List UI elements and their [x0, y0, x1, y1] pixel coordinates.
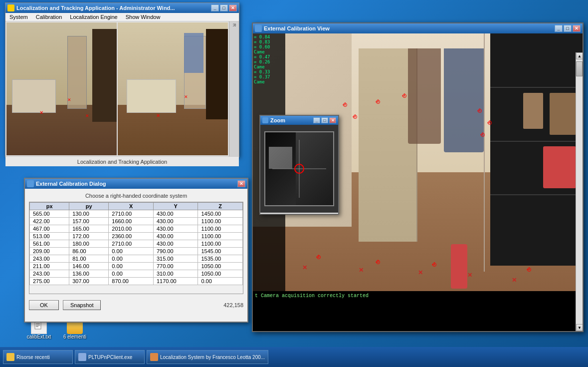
menu-bar: System Calibration Localization Engine S…	[5, 13, 239, 21]
taskbar-item-risorse[interactable]: Risorse recenti	[3, 350, 73, 364]
snapshot-button[interactable]: Snapshot	[63, 300, 101, 310]
desktop-folder[interactable]: 6 elementi	[60, 321, 90, 340]
menu-show-window[interactable]: Show Window	[124, 13, 163, 20]
ext-calib-icon	[255, 25, 262, 32]
zoom-minimize[interactable]: _	[313, 117, 320, 123]
cell-r2-c2: 2010.00	[109, 225, 154, 233]
log-val-6: = 0.26	[254, 59, 284, 64]
table-row: 209.0086.000.00790.001545.00	[30, 248, 243, 255]
menu-calibration[interactable]: Calibration	[34, 13, 64, 20]
scroll-thumb[interactable]	[576, 61, 583, 76]
cal-marker-10	[432, 263, 436, 267]
cell-r1-c1: 157.00	[69, 218, 109, 225]
cell-r9-c2: 870.00	[109, 278, 154, 285]
log-val-7: Came	[254, 64, 284, 69]
menu-localization[interactable]: Localization Engine	[68, 13, 119, 20]
main-app-icon	[7, 4, 14, 11]
taskbar: Risorse recenti PLTUPnPClient.exe Locali…	[0, 347, 588, 367]
cal-marker-7	[481, 133, 485, 137]
taskbar-label-localization: Localization System by Francesco Leotta …	[160, 355, 265, 360]
table-row: 561.00180.002710.00430.001100.00	[30, 240, 243, 248]
cell-r8-c3: 310.00	[153, 270, 198, 278]
table-row: 243.0081.000.00315.001535.00	[30, 255, 243, 263]
dialog-icon	[27, 180, 34, 187]
cell-r4-c0: 561.00	[30, 240, 69, 248]
cal-marker-6	[488, 121, 492, 125]
data-table-scroll[interactable]: px py X Y Z 565.00130.002710.00430.00145…	[29, 202, 243, 294]
cell-r5-c2: 0.00	[109, 248, 154, 255]
ext-maximize-button[interactable]: □	[564, 25, 572, 32]
log-val-8: = 0.33	[254, 69, 284, 74]
cal-marker-11	[527, 268, 531, 272]
dialog-footer: OK Snapshot 422,158	[25, 298, 247, 312]
folder-icon	[67, 321, 83, 334]
ok-button[interactable]: OK	[29, 300, 59, 310]
scroll-up[interactable]: ▲	[576, 52, 583, 59]
log-message-1: t Camera acquisition correctly started	[255, 293, 581, 299]
log-val-4: Came	[254, 49, 284, 54]
table-row: 467.00165.002010.00430.001100.00	[30, 225, 243, 233]
ext-minimize-button[interactable]: _	[555, 25, 563, 32]
cell-r7-c0: 211.00	[30, 263, 69, 270]
log-val-10: Came	[254, 79, 284, 84]
cal-marker-4	[353, 115, 357, 119]
cell-r9-c4: 0.00	[198, 278, 243, 285]
app-footer-text: Localization and Tracking Application	[77, 159, 167, 165]
log-val-3: = 0.60	[254, 44, 284, 49]
cell-r5-c0: 209.00	[30, 248, 69, 255]
taskbar-icon-pltupnp	[78, 353, 86, 361]
cell-r7-c2: 0.00	[109, 263, 154, 270]
coordinates-display: 422,158	[223, 302, 243, 308]
log-val-2: = 0.83	[254, 39, 284, 44]
dialog-title: External Calibration Dialog	[36, 181, 106, 187]
cell-r7-c4: 1050.00	[198, 263, 243, 270]
cell-r6-c4: 1535.00	[198, 255, 243, 263]
cell-r3-c4: 1100.00	[198, 233, 243, 240]
zoom-controls: _ □ ✕	[313, 117, 336, 123]
cell-r2-c0: 467.00	[30, 225, 69, 233]
zoom-window: Zoom _ □ ✕	[259, 115, 339, 215]
cell-r2-c3: 430.00	[153, 225, 198, 233]
cell-r6-c2: 0.00	[109, 255, 154, 263]
ext-calib-controls: _ □ ✕	[555, 25, 581, 32]
zoom-maximize[interactable]: □	[321, 117, 328, 123]
cell-r4-c1: 180.00	[69, 240, 109, 248]
taskbar-item-pltupnp[interactable]: PLTUPnPClient.exe	[75, 350, 145, 364]
taskbar-item-localization[interactable]: Localization System by Francesco Leotta …	[147, 350, 268, 364]
cell-r7-c3: 770.00	[153, 263, 198, 270]
cell-r5-c1: 86.00	[69, 248, 109, 255]
dialog-titlebar: External Calibration Dialog ✕	[25, 179, 247, 189]
zoom-close[interactable]: ✕	[329, 117, 336, 123]
crosshair-circle	[294, 164, 304, 174]
cell-r3-c3: 430.00	[153, 233, 198, 240]
minimize-button[interactable]: _	[211, 4, 219, 11]
cell-r6-c3: 315.00	[153, 255, 198, 263]
cell-r3-c0: 513.00	[30, 233, 69, 240]
menu-system[interactable]: System	[7, 13, 30, 20]
ext-close-button[interactable]: ✕	[573, 25, 581, 32]
cell-r6-c1: 81.00	[69, 255, 109, 263]
scroll-down[interactable]: ▼	[576, 324, 583, 331]
taskbar-label-pltupnp: PLTUPnPClient.exe	[88, 355, 132, 360]
log-val-1: = 0.84	[254, 34, 284, 39]
dialog-close[interactable]: ✕	[237, 180, 245, 187]
cell-r0-c1: 130.00	[69, 210, 109, 218]
ext-calib-titlebar: External Calibration View _ □ ✕	[253, 23, 583, 33]
cell-r0-c4: 1450.00	[198, 210, 243, 218]
main-app-controls: _ □ ✕	[211, 4, 237, 11]
cell-r1-c4: 1100.00	[198, 218, 243, 225]
close-button[interactable]: ✕	[229, 4, 237, 11]
cell-r1-c0: 422.00	[30, 218, 69, 225]
app-footer: Localization and Tracking Application	[5, 156, 239, 166]
col-py: py	[69, 203, 109, 210]
calib-scrollbar[interactable]: ▲ ▼	[576, 52, 583, 331]
cell-r8-c4: 1050.00	[198, 270, 243, 278]
maximize-button[interactable]: □	[220, 4, 228, 11]
cell-r8-c1: 136.00	[69, 270, 109, 278]
col-y: Y	[153, 203, 198, 210]
cell-r9-c3: 1170.00	[153, 278, 198, 285]
cal-marker-5	[478, 109, 482, 113]
cell-r7-c1: 146.00	[69, 263, 109, 270]
cell-r0-c0: 565.00	[30, 210, 69, 218]
cell-r8-c0: 243.00	[30, 270, 69, 278]
